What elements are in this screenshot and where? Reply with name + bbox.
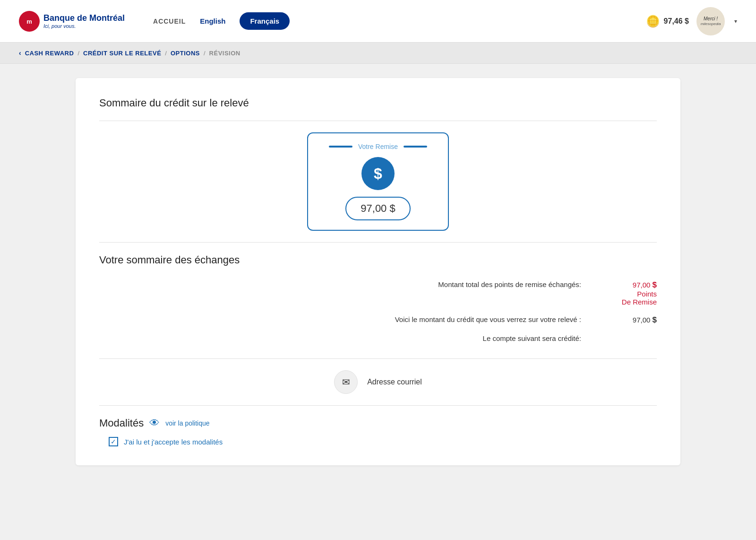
header-right: 🪙 97,46 $ Merci ! milesopedia ▾	[646, 7, 737, 35]
account-label: Adresse courriel	[367, 378, 422, 386]
summary-row-2: Voici le montant du crédit que vous verr…	[99, 311, 657, 330]
header-nav: ACCUEIL English Français	[153, 12, 290, 30]
breadcrumb-sep-2: /	[165, 50, 167, 57]
bmo-logo: m Banque de Montréal Ici, pour vous.	[19, 11, 125, 32]
bmo-circle-logo: m	[19, 11, 40, 32]
user-dropdown-arrow[interactable]: ▾	[734, 18, 737, 25]
summary-value-2: 97,00 $	[591, 315, 657, 325]
dollar-sign-1: $	[653, 280, 657, 289]
header-left: m Banque de Montréal Ici, pour vous. ACC…	[19, 11, 290, 32]
summary-row-1: Montant total des points de remise échan…	[99, 276, 657, 311]
voucher-amount: 97,00 $	[345, 197, 410, 220]
divider-1	[99, 121, 657, 121]
user-name-text: milesopedia	[701, 22, 721, 26]
breadcrumb-sep-1: /	[77, 50, 79, 57]
modalites-section: Modalités 👁 voir la politique ✓ J'ai lu …	[99, 417, 657, 446]
bmo-bank-name: Banque de Montréal	[43, 13, 125, 24]
checkbox-row: ✓ J'ai lu et j'accepte les modalités	[99, 437, 657, 446]
summary-label-3: Le compte suivant sera crédité:	[345, 334, 581, 342]
breadcrumb-back-arrow[interactable]: ‹	[19, 49, 21, 57]
modalites-title: Modalités	[99, 417, 144, 429]
summary-label-2: Voici le montant du crédit que vous verr…	[345, 315, 581, 323]
email-icon: ✉	[342, 376, 350, 388]
breadcrumb: ‹ CASH REWARD / CRÉDIT SUR LE RELEVÉ / O…	[0, 43, 756, 64]
points-balance: 🪙 97,46 $	[646, 15, 689, 28]
bmo-text: Banque de Montréal Ici, pour vous.	[43, 13, 125, 29]
voucher-line-right	[404, 146, 427, 148]
main-content: Sommaire du crédit sur le relevé Votre R…	[0, 64, 756, 479]
voir-politique-link[interactable]: voir la politique	[165, 419, 209, 427]
bmo-tagline: Ici, pour vous.	[43, 23, 125, 29]
coins-icon: 🪙	[646, 15, 660, 28]
accept-checkbox[interactable]: ✓	[109, 437, 118, 446]
voucher-line-left	[329, 146, 352, 148]
account-section: ✉ Adresse courriel	[99, 370, 657, 394]
main-card: Sommaire du crédit sur le relevé Votre R…	[76, 78, 680, 465]
voucher-header: Votre Remise	[322, 143, 434, 150]
summary-section: Votre sommaire des échanges Montant tota…	[99, 254, 657, 394]
user-merci-text: Merci !	[704, 16, 718, 22]
checkbox-label[interactable]: J'ai lu et j'accepte les modalités	[124, 438, 223, 446]
summary-value-1: 97,00 $ PointsDe Remise	[591, 280, 657, 306]
user-avatar[interactable]: Merci ! milesopedia	[696, 7, 725, 35]
breadcrumb-revision: RÉVISION	[209, 50, 241, 57]
divider-4	[99, 405, 657, 406]
email-icon-circle: ✉	[334, 370, 358, 394]
voucher-coin: $	[361, 157, 395, 190]
divider-3	[99, 358, 657, 359]
breadcrumb-credit-releve[interactable]: CRÉDIT SUR LE RELEVÉ	[83, 50, 161, 57]
summary-row-3: Le compte suivant sera crédité:	[99, 330, 657, 347]
nav-english-link[interactable]: English	[200, 17, 225, 25]
breadcrumb-cash-reward[interactable]: CASH REWARD	[25, 50, 74, 57]
summary-title: Votre sommaire des échanges	[99, 254, 657, 266]
eye-icon: 👁	[149, 417, 160, 429]
voucher-card: Votre Remise $ 97,00 $	[307, 132, 449, 231]
svg-text:m: m	[26, 18, 32, 25]
points-label: PointsDe Remise	[591, 290, 657, 306]
nav-accueil-link[interactable]: ACCUEIL	[153, 17, 186, 25]
modalites-header: Modalités 👁 voir la politique	[99, 417, 657, 429]
dollar-sign-2: $	[653, 315, 657, 324]
summary-label-1: Montant total des points de remise échan…	[345, 280, 581, 288]
voucher-container: Votre Remise $ 97,00 $	[99, 132, 657, 231]
breadcrumb-options[interactable]: OPTIONS	[171, 50, 200, 57]
breadcrumb-sep-3: /	[204, 50, 206, 57]
voucher-dollar-symbol: $	[374, 165, 382, 183]
nav-francais-button[interactable]: Français	[240, 12, 290, 30]
header: m Banque de Montréal Ici, pour vous. ACC…	[0, 0, 756, 43]
card-title: Sommaire du crédit sur le relevé	[99, 97, 657, 109]
voucher-label: Votre Remise	[358, 143, 398, 150]
divider-2	[99, 242, 657, 243]
balance-amount: 97,46 $	[664, 17, 689, 26]
